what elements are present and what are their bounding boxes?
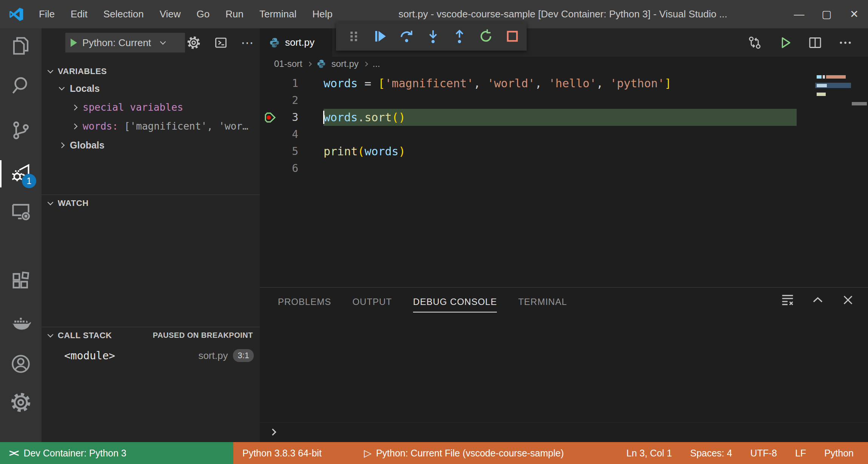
stop-button[interactable] xyxy=(504,28,521,45)
tree-item-globals[interactable]: Globals xyxy=(42,136,260,155)
remote-indicator[interactable]: >< Dev Container: Python 3 xyxy=(0,442,233,464)
tree-item-special-variables[interactable]: special variables xyxy=(42,98,260,117)
debug-config-item[interactable]: ▷ Python: Current File (vscode-course-sa… xyxy=(355,442,573,464)
toolbar-drag-handle[interactable] xyxy=(345,28,362,45)
split-editor-icon[interactable] xyxy=(808,35,823,50)
continue-icon xyxy=(372,28,388,44)
debug-console-input[interactable] xyxy=(260,422,868,441)
call-stack-section-header[interactable]: CALL STACK PAUSED ON BREAKPOINT xyxy=(42,327,260,343)
step-into-button[interactable] xyxy=(424,28,441,45)
python-interpreter-item[interactable]: Python 3.8.3 64-bit xyxy=(233,442,331,464)
open-changes-icon[interactable] xyxy=(747,35,762,50)
chevron-right-icon xyxy=(363,62,368,67)
menu-view[interactable]: View xyxy=(152,0,189,28)
gear-icon[interactable] xyxy=(187,36,201,50)
sidebar-item-remote-explorer[interactable] xyxy=(0,196,42,227)
continue-button[interactable] xyxy=(372,28,389,45)
more-actions-icon[interactable] xyxy=(838,35,853,50)
sidebar-item-explorer[interactable] xyxy=(0,31,42,61)
restart-button[interactable] xyxy=(477,28,494,45)
gripper-icon xyxy=(346,28,362,44)
bottom-panel: PROBLEMS OUTPUT DEBUG CONSOLE TERMINAL xyxy=(260,287,868,442)
eol-item[interactable]: LF xyxy=(786,442,815,464)
menu-file[interactable]: File xyxy=(31,0,63,28)
tree-item-locals[interactable]: Locals xyxy=(42,79,260,98)
line-number: 5 xyxy=(260,145,298,158)
breadcrumb-folder[interactable]: 01-sort xyxy=(274,59,302,69)
sidebar-item-accounts[interactable] xyxy=(0,349,42,379)
maximize-button[interactable]: ▢ xyxy=(813,0,840,28)
remote-icon: >< xyxy=(9,447,17,459)
watch-section-header[interactable]: WATCH xyxy=(42,195,260,211)
sidebar-item-extensions[interactable] xyxy=(0,266,42,296)
code-editor[interactable]: 1 words = ['magnificent', 'world', 'hell… xyxy=(260,71,868,287)
sidebar-item-run-and-debug[interactable]: 1 xyxy=(0,159,42,189)
frame-location: sort.py 3:1 xyxy=(198,349,254,362)
menu-edit[interactable]: Edit xyxy=(63,0,96,28)
call-stack-frame-row[interactable]: <module> sort.py 3:1 xyxy=(42,346,260,365)
menu-help[interactable]: Help xyxy=(304,0,340,28)
close-button[interactable]: ✕ xyxy=(840,0,868,28)
chevron-down-icon xyxy=(48,199,54,205)
tree-item-words-variable[interactable]: words: ['magnificent', 'wor… xyxy=(42,117,260,136)
tab-debug-console[interactable]: DEBUG CONSOLE xyxy=(413,297,497,312)
menu-go[interactable]: Go xyxy=(189,0,218,28)
sidebar-item-docker[interactable] xyxy=(0,308,42,338)
tab-sort-py[interactable]: sort.py xyxy=(260,28,332,57)
indentation-item[interactable]: Spaces: 4 xyxy=(681,442,741,464)
run-python-file-icon[interactable] xyxy=(777,35,792,50)
step-out-icon xyxy=(452,28,467,44)
start-debugging-icon[interactable] xyxy=(71,39,77,47)
launch-config-dropdown[interactable]: Python: Current xyxy=(65,33,185,53)
special-variables-label: special variables xyxy=(83,102,183,113)
open-debug-console-icon[interactable] xyxy=(214,36,228,50)
code-line-4: 4 xyxy=(260,126,868,143)
breadcrumb-file[interactable]: sort.py xyxy=(331,59,359,69)
cursor-position-item[interactable]: Ln 3, Col 1 xyxy=(617,442,681,464)
menu-selection[interactable]: Selection xyxy=(96,0,152,28)
line-number: 2 xyxy=(260,94,298,107)
close-panel-icon[interactable] xyxy=(841,293,855,307)
variables-section-header[interactable]: VARIABLES xyxy=(42,64,260,79)
breadcrumb-symbol[interactable]: ... xyxy=(373,59,380,69)
remote-explorer-icon xyxy=(10,201,32,223)
globals-label: Globals xyxy=(70,140,105,151)
code-text: print(words) xyxy=(324,145,405,158)
step-out-button[interactable] xyxy=(451,28,468,45)
clear-console-icon[interactable] xyxy=(780,293,795,307)
sidebar-item-source-control[interactable] xyxy=(0,115,42,145)
chevron-down-icon xyxy=(59,85,65,91)
encoding-item[interactable]: UTF-8 xyxy=(741,442,786,464)
step-over-button[interactable] xyxy=(398,28,415,45)
tab-output[interactable]: OUTPUT xyxy=(352,297,392,312)
step-into-icon xyxy=(425,28,441,44)
overview-ruler-marker[interactable] xyxy=(852,102,867,105)
more-actions-icon[interactable]: ⋯ xyxy=(241,39,254,46)
debug-sidebar: Python: Current ⋯ VARIABLES Locals speci… xyxy=(42,28,260,442)
search-icon xyxy=(10,75,32,97)
window-controls: — ▢ ✕ xyxy=(785,0,868,28)
words-variable-name: words: xyxy=(83,121,118,132)
remote-label: Dev Container: Python 3 xyxy=(23,448,126,459)
chevron-down-icon xyxy=(48,68,54,74)
editor-actions xyxy=(747,35,853,50)
gear-icon xyxy=(10,391,32,413)
minimap[interactable] xyxy=(817,74,849,103)
restart-icon xyxy=(478,28,494,44)
encoding-label: UTF-8 xyxy=(750,448,777,459)
menu-terminal[interactable]: Terminal xyxy=(251,0,304,28)
frame-position-badge: 3:1 xyxy=(233,349,254,362)
vscode-logo-icon xyxy=(8,6,24,22)
tab-label: sort.py xyxy=(285,37,315,48)
code-text: words = ['magnificent', 'world', 'hello'… xyxy=(324,77,671,90)
chevron-right-icon xyxy=(72,123,78,129)
language-mode-item[interactable]: Python xyxy=(815,442,863,464)
tab-problems[interactable]: PROBLEMS xyxy=(278,297,331,312)
breakpoint-paused-icon[interactable] xyxy=(263,110,277,125)
menu-run[interactable]: Run xyxy=(217,0,251,28)
tab-terminal[interactable]: TERMINAL xyxy=(518,297,567,312)
maximize-panel-icon[interactable] xyxy=(811,293,825,307)
sidebar-item-settings[interactable] xyxy=(0,387,42,418)
sidebar-item-search[interactable] xyxy=(0,71,42,101)
minimize-button[interactable]: — xyxy=(785,0,813,28)
